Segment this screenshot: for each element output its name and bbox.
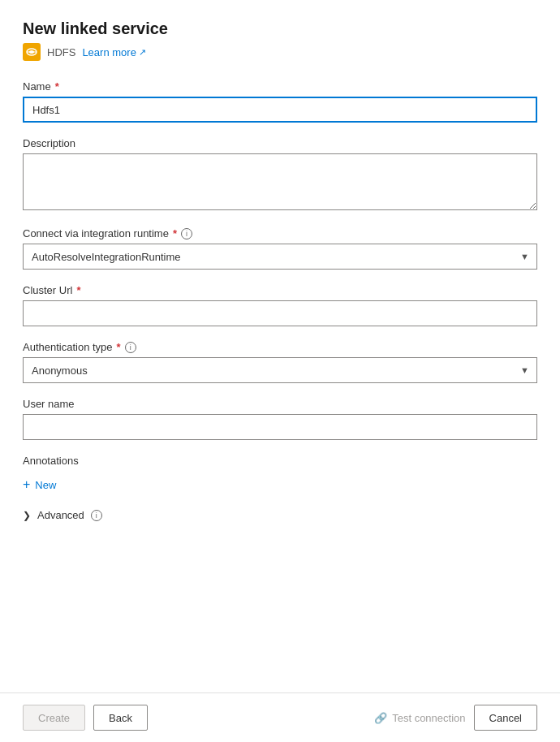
- cluster-url-required-star: *: [76, 284, 80, 296]
- name-required-star: *: [55, 80, 59, 93]
- footer: Create Back 🔗 Test connection Cancel: [0, 692, 560, 742]
- description-textarea[interactable]: [23, 153, 537, 210]
- connect-info-icon: i: [181, 228, 192, 239]
- username-label: User name: [23, 398, 537, 410]
- connect-runtime-select[interactable]: AutoResolveIntegrationRuntime: [23, 244, 537, 270]
- auth-type-select[interactable]: Anonymous Windows: [23, 357, 537, 383]
- hdfs-icon: [23, 43, 41, 61]
- connect-required-star: *: [173, 227, 177, 239]
- connect-runtime-group: Connect via integration runtime * i Auto…: [23, 227, 537, 270]
- auth-type-label: Authentication type * i: [23, 341, 537, 353]
- external-link-icon: ↗: [139, 47, 146, 58]
- link-icon: 🔗: [374, 712, 387, 724]
- connect-label: Connect via integration runtime * i: [23, 227, 537, 239]
- new-annotation-button[interactable]: + New: [23, 475, 56, 494]
- name-label: Name *: [23, 80, 537, 93]
- annotations-section: Annotations + New: [23, 455, 537, 494]
- main-content: New linked service HDFS Learn more ↗ Nam…: [0, 0, 560, 692]
- connect-select-container: AutoResolveIntegrationRuntime ▼: [23, 244, 537, 270]
- username-input[interactable]: [23, 414, 537, 440]
- plus-icon: +: [23, 478, 30, 491]
- advanced-info-icon: i: [91, 510, 102, 521]
- auth-type-required-star: *: [117, 341, 121, 353]
- auth-type-select-container: Anonymous Windows ▼: [23, 357, 537, 383]
- back-button[interactable]: Back: [93, 705, 148, 731]
- test-connection-button[interactable]: 🔗 Test connection: [374, 712, 465, 724]
- name-field-group: Name *: [23, 80, 537, 123]
- page-title: New linked service: [23, 19, 537, 38]
- learn-more-link[interactable]: Learn more ↗: [82, 46, 145, 58]
- cluster-url-label: Cluster Url *: [23, 284, 537, 296]
- footer-left: Create Back: [23, 705, 148, 731]
- cancel-button[interactable]: Cancel: [474, 705, 537, 731]
- chevron-right-icon: ❯: [23, 510, 31, 521]
- auth-type-group: Authentication type * i Anonymous Window…: [23, 341, 537, 383]
- subtitle-row: HDFS Learn more ↗: [23, 43, 537, 61]
- create-button[interactable]: Create: [23, 705, 85, 731]
- advanced-label: Advanced: [37, 509, 84, 521]
- description-field-group: Description: [23, 137, 537, 213]
- footer-right: 🔗 Test connection Cancel: [374, 705, 537, 731]
- cluster-url-group: Cluster Url *: [23, 284, 537, 326]
- cluster-url-input[interactable]: [23, 300, 537, 326]
- description-label: Description: [23, 137, 537, 149]
- auth-type-info-icon: i: [125, 342, 136, 353]
- annotations-title: Annotations: [23, 455, 537, 467]
- username-group: User name: [23, 398, 537, 440]
- name-input[interactable]: [23, 97, 537, 123]
- advanced-section[interactable]: ❯ Advanced i: [23, 509, 537, 521]
- service-name-label: HDFS: [47, 46, 75, 58]
